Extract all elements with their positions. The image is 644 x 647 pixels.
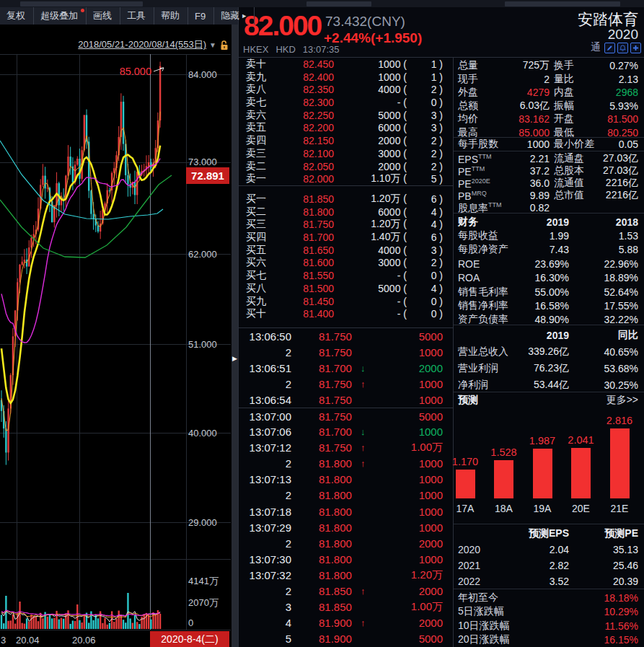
queue-level-label: 卖六 — [246, 109, 279, 122]
metric-label: ROA — [458, 272, 515, 283]
quote-time: 13:07:35 — [303, 44, 340, 55]
toolbar-button[interactable]: 复权 — [0, 7, 34, 25]
stat-value: 2216亿 — [600, 177, 638, 190]
tick-direction-icon — [361, 442, 371, 453]
metric-label: 20日涨跌幅 — [458, 633, 510, 646]
tick-volume: 1000 — [371, 394, 443, 406]
expand-arrow-icon[interactable]: ▶ — [232, 355, 237, 362]
year-label: 2020 — [458, 544, 515, 555]
forecast-bar-category: 18A — [485, 503, 524, 514]
valuation-row: PBMRQ 9.89 总市值 2216亿 — [458, 189, 638, 201]
valuation-row: PETTM 37.2 总股本 27.03亿 — [458, 164, 638, 177]
chart-toolbar: 复权 超级叠加 画线 工具 帮助 F9 隐藏► — [0, 7, 238, 25]
queue-order-count: 0 ) — [407, 97, 443, 108]
buy-queue-row[interactable]: 买一 81.850 1.20万 ( 6 ) — [239, 193, 453, 206]
toolbar-button[interactable]: 隐藏► — [214, 7, 255, 25]
tick-price: 81.700 — [319, 362, 361, 374]
stat-label: 开盘 — [554, 113, 600, 126]
metric-value: 55.00% — [515, 286, 569, 298]
buy-queue-row[interactable]: 买九 81.450 - ( 0 ) — [239, 295, 453, 308]
sell-queue-row[interactable]: 卖八 82.350 4000 ( 2 ) — [239, 83, 453, 96]
tick-trade-list[interactable]: 13:06:50 81.750 5000 2 81.750 1000 13:06… — [239, 328, 453, 647]
metric-value: 76.23亿 — [515, 362, 569, 375]
buy-queue-row[interactable]: 买三 81.750 1.20万 ( 4 ) — [239, 218, 453, 231]
tick-row: 4 81.900 2000 — [239, 615, 453, 631]
forecast-bar-value: 2.816 — [600, 415, 639, 426]
stat-row: 总额 6.03亿 振幅 5.93% — [458, 100, 638, 113]
tick-price: 81.800 — [319, 457, 361, 470]
edit-icon[interactable] — [604, 43, 615, 53]
sell-queue-row[interactable]: 卖六 82.250 5000 ( 3 ) — [239, 109, 453, 122]
chevron-down-icon[interactable]: ▼ — [209, 41, 216, 49]
financials-title: 财务 — [458, 216, 515, 229]
buy-queue-row[interactable]: 买五 81.650 4000 ( 3 ) — [239, 244, 453, 257]
sell-queue-row[interactable]: 卖一 82.000 1.10万 ( 5 ) — [239, 172, 453, 185]
queue-order-count: 2 ) — [407, 161, 443, 172]
buy-queue-row[interactable]: 买八 81.500 5000 ( 4 ) — [239, 282, 453, 295]
toolbar-button[interactable]: F9 — [188, 7, 214, 25]
svg-text:20.04: 20.04 — [16, 635, 40, 646]
svg-text:85.000: 85.000 — [120, 66, 151, 77]
tick-time: 2 — [246, 489, 291, 501]
forecast-bar-value: 1.528 — [485, 446, 524, 458]
financials-row: 每股收益 1.99 1.53 — [458, 229, 638, 242]
toolbar-button[interactable]: 画线 — [87, 7, 120, 25]
toolbar-button[interactable]: 超级叠加 — [34, 7, 87, 25]
forecast-bar — [456, 470, 475, 498]
stat-value: 0.05 — [600, 138, 638, 150]
buy-queue-row[interactable]: 买十 81.400 - ( 0 ) — [239, 307, 453, 320]
toolbar-button[interactable]: 工具 — [120, 7, 154, 25]
unlock-icon[interactable] — [219, 40, 229, 50]
stat-label: 流通值 — [554, 177, 600, 190]
queue-price: 81.400 — [279, 308, 334, 320]
valuation-stats: EPSTTM 2.21 流通盘 27.03亿 PETTM 37.2 总股本 27… — [454, 151, 644, 214]
toolbar-button[interactable]: 帮助 — [154, 7, 188, 25]
candlesticks — [1, 62, 162, 465]
kline-chart[interactable]: 84.000 73.000 62.000 51.000 40.000 29.00… — [0, 0, 238, 647]
alert-bell-icon[interactable] — [617, 43, 628, 53]
sell-queue-row[interactable]: 卖九 82.400 1000 ( 1 ) — [239, 71, 453, 84]
sell-queue-row[interactable]: 卖三 82.100 3000 ( 2 ) — [239, 147, 453, 160]
tick-price: 81.750 — [319, 410, 361, 423]
stat-label: PBMRQ — [458, 190, 506, 202]
stat-value: 2.13 — [600, 74, 638, 85]
financials-row: 销售净利率 16.58% 17.55% — [458, 299, 638, 312]
date-range-link[interactable]: 2018/05/21-2020/08/14(553日) — [78, 38, 206, 51]
buy-queue-row[interactable]: 买七 81.550 - ( 0 ) — [239, 269, 453, 282]
queue-price: 82.100 — [279, 148, 334, 159]
more-link[interactable]: 更多>> — [606, 394, 638, 407]
queue-order-count: 4 ) — [407, 206, 443, 218]
stat-value: 2 — [506, 74, 550, 85]
sell-queue-row[interactable]: 卖四 82.150 2000 ( 2 ) — [239, 134, 453, 147]
buy-queue-row[interactable]: 买四 81.700 1.40万 ( 6 ) — [239, 231, 453, 244]
stat-value: 81.500 — [600, 113, 638, 125]
forecast-bar — [610, 428, 630, 498]
sell-queue-row[interactable]: 卖二 82.050 2000 ( 2 ) — [239, 160, 453, 173]
buy-queue-row[interactable]: 买二 81.800 6000 ( 4 ) — [239, 206, 453, 219]
svg-text:0: 0 — [188, 617, 193, 628]
stat-label: 总额 — [458, 100, 506, 113]
tick-row: 13:06:50 81.750 5000 — [239, 328, 453, 344]
y-axis-labels: 84.000 73.000 62.000 51.000 40.000 29.00… — [188, 69, 217, 528]
sell-queue-row[interactable]: 卖七 82.300 - ( 0 ) — [239, 96, 453, 109]
forecast-bar-value: 1.170 — [446, 456, 485, 467]
peak-annotation: 85.000 — [120, 66, 164, 77]
queue-volume: 1.20万 ( — [334, 218, 407, 231]
add-plus-icon[interactable] — [630, 43, 641, 53]
queue-price: 82.400 — [279, 71, 334, 83]
tick-direction-icon — [361, 617, 371, 628]
queue-order-count: 1 ) — [407, 71, 443, 83]
tick-direction-icon — [361, 379, 371, 389]
exchange-label: HKEX — [243, 44, 268, 55]
sell-queue-row[interactable]: 卖五 82.200 6000 ( 3 ) — [239, 121, 453, 134]
queue-order-count: 0 ) — [407, 296, 443, 307]
exchange-info: HKEX HKD 13:07:35 — [243, 44, 339, 55]
buy-queue-row[interactable]: 买六 81.600 3000 ( 2 ) — [239, 256, 453, 269]
stat-value: 80.250 — [600, 127, 638, 138]
queue-order-count: 5 ) — [407, 173, 443, 185]
sell-queue-row[interactable]: 卖十 82.450 1000 ( 1 ) — [239, 58, 453, 71]
yoy-percent: 40.65% — [569, 346, 638, 358]
column-header: 2019 — [515, 330, 569, 341]
metric-label: 营业利润 — [458, 362, 515, 375]
panel-splitter[interactable]: ▶ — [231, 25, 238, 647]
